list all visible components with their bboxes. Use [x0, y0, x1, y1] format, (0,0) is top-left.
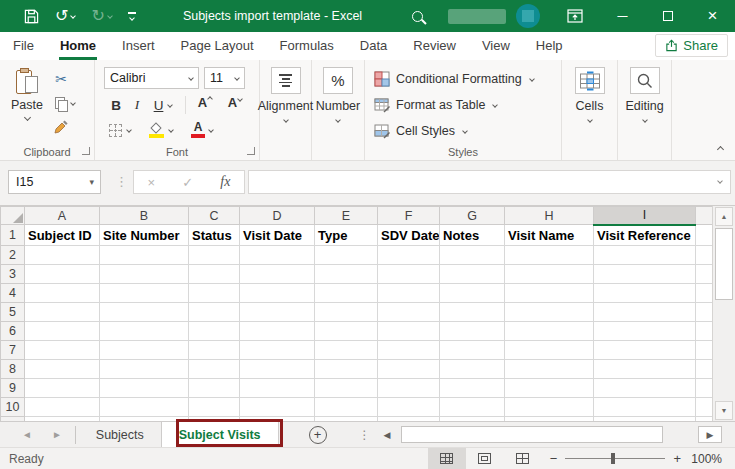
cell[interactable]	[315, 398, 378, 417]
cell[interactable]	[440, 265, 505, 284]
column-header-i-selected[interactable]: I	[594, 207, 696, 225]
column-header-d[interactable]: D	[240, 207, 315, 225]
cell[interactable]	[378, 303, 440, 322]
cell[interactable]	[378, 398, 440, 417]
cell[interactable]	[505, 341, 594, 360]
font-color-button[interactable]: A	[187, 120, 217, 140]
cell[interactable]	[594, 341, 696, 360]
cell[interactable]	[696, 379, 713, 398]
hscroll-right-button[interactable]: ▶	[698, 426, 722, 443]
row-header[interactable]: 4	[1, 284, 25, 303]
zoom-level[interactable]: 100%	[689, 452, 735, 466]
column-header-h[interactable]: H	[505, 207, 594, 225]
row-header[interactable]: 10	[1, 398, 25, 417]
cell[interactable]	[594, 265, 696, 284]
cell[interactable]	[315, 322, 378, 341]
cell[interactable]	[315, 360, 378, 379]
tab-help[interactable]: Help	[523, 32, 576, 60]
cell[interactable]	[25, 246, 100, 265]
fill-color-button[interactable]	[145, 120, 177, 140]
decrease-font-button[interactable]: A	[223, 95, 247, 115]
column-header-f[interactable]: F	[378, 207, 440, 225]
cell[interactable]	[240, 322, 315, 341]
cell-notes[interactable]: Notes	[440, 225, 505, 246]
clipboard-dialog-launcher[interactable]	[82, 147, 90, 155]
row-header[interactable]: 2	[1, 246, 25, 265]
cell[interactable]	[594, 379, 696, 398]
cell-subject-id[interactable]: Subject ID	[25, 225, 100, 246]
cell[interactable]	[100, 246, 189, 265]
cell[interactable]	[100, 398, 189, 417]
cell[interactable]	[378, 246, 440, 265]
copy-button[interactable]	[48, 94, 82, 112]
row-header[interactable]: 1	[1, 225, 25, 246]
cell[interactable]	[315, 284, 378, 303]
cell[interactable]	[189, 341, 240, 360]
editing-button[interactable]: Editing	[621, 67, 668, 122]
cell[interactable]	[594, 284, 696, 303]
cell[interactable]	[100, 322, 189, 341]
cell[interactable]	[25, 322, 100, 341]
cell[interactable]	[594, 303, 696, 322]
cell[interactable]	[440, 398, 505, 417]
cell[interactable]	[696, 360, 713, 379]
cell[interactable]	[315, 379, 378, 398]
format-as-table-button[interactable]: Format as Table	[374, 95, 497, 115]
previous-sheet-button[interactable]: ◄	[0, 429, 42, 440]
tab-page-layout[interactable]: Page Layout	[168, 32, 267, 60]
cell[interactable]	[100, 284, 189, 303]
next-sheet-button[interactable]: ►	[42, 429, 72, 440]
column-header-a[interactable]: A	[25, 207, 100, 225]
cell[interactable]	[378, 284, 440, 303]
font-name-select[interactable]: Calibri	[104, 67, 199, 89]
increase-font-button[interactable]: A	[193, 95, 217, 115]
cell[interactable]	[594, 246, 696, 265]
cell[interactable]	[440, 322, 505, 341]
column-header-b[interactable]: B	[100, 207, 189, 225]
cell-visit-date[interactable]: Visit Date	[240, 225, 315, 246]
tab-view[interactable]: View	[469, 32, 523, 60]
italic-button[interactable]: I	[129, 95, 145, 115]
cell[interactable]	[189, 303, 240, 322]
font-dialog-launcher[interactable]	[247, 147, 255, 155]
row-header[interactable]: 7	[1, 341, 25, 360]
cell[interactable]	[505, 284, 594, 303]
cell[interactable]	[240, 360, 315, 379]
bold-button[interactable]: B	[107, 95, 125, 115]
cell[interactable]	[315, 303, 378, 322]
number-button[interactable]: % Number	[315, 67, 361, 122]
cell[interactable]	[25, 341, 100, 360]
cell[interactable]	[25, 379, 100, 398]
maximize-button[interactable]	[645, 0, 690, 32]
cell[interactable]	[100, 360, 189, 379]
cell[interactable]	[378, 341, 440, 360]
cell[interactable]	[505, 246, 594, 265]
cancel-icon[interactable]: ×	[148, 175, 156, 190]
insert-function-button[interactable]: fx	[220, 174, 230, 190]
redo-button[interactable]: ↻	[83, 0, 119, 32]
save-button[interactable]	[16, 0, 47, 32]
cell[interactable]	[189, 379, 240, 398]
alignment-button[interactable]: Alignment	[263, 67, 308, 122]
cell[interactable]	[189, 246, 240, 265]
paste-button[interactable]: Paste	[6, 66, 48, 140]
cell[interactable]	[189, 322, 240, 341]
customize-qat-button[interactable]	[120, 12, 144, 20]
cell[interactable]	[378, 265, 440, 284]
column-header-c[interactable]: C	[189, 207, 240, 225]
sheet-tab-subject-visits[interactable]: Subject Visits	[161, 422, 279, 447]
cell[interactable]	[696, 284, 713, 303]
ribbon-display-options-button[interactable]	[558, 0, 592, 32]
cell[interactable]	[505, 360, 594, 379]
cell[interactable]	[594, 360, 696, 379]
zoom-slider-handle[interactable]	[611, 453, 615, 464]
cell[interactable]	[505, 379, 594, 398]
cell[interactable]	[440, 246, 505, 265]
cell[interactable]	[240, 246, 315, 265]
undo-button[interactable]: ↺	[47, 0, 83, 32]
cell[interactable]	[696, 341, 713, 360]
vertical-scrollbar[interactable]: ▲ ▼	[712, 206, 735, 421]
horizontal-scrollbar-thumb[interactable]	[401, 426, 663, 443]
search-button[interactable]	[396, 0, 438, 32]
minimize-button[interactable]: ─	[600, 0, 645, 32]
